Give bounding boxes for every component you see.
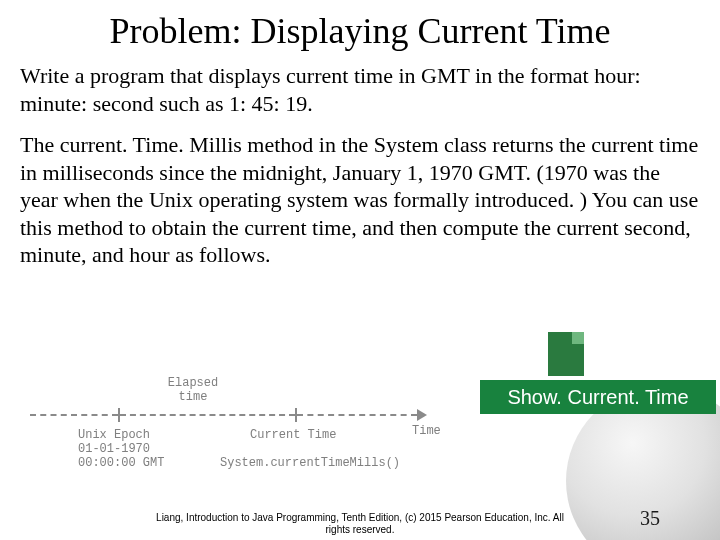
footer-line-1: Liang, Introduction to Java Programming,… bbox=[156, 512, 564, 523]
method-call-label: System.currentTimeMills() bbox=[220, 456, 400, 470]
page-number: 35 bbox=[640, 507, 660, 530]
time-axis-label: Time bbox=[412, 424, 441, 438]
timeline-diagram: Elapsedtime Unix Epoch 01-01-1970 00:00:… bbox=[20, 380, 450, 510]
timeline-axis bbox=[30, 408, 440, 420]
footer-line-2: rights reserved. bbox=[326, 524, 395, 535]
explanation-paragraph: The current. Time. Millis method in the … bbox=[20, 131, 700, 269]
unix-epoch-time: 00:00:00 GMT bbox=[78, 456, 164, 470]
elapsed-time-label: Elapsedtime bbox=[158, 376, 228, 405]
file-icon bbox=[548, 332, 584, 376]
problem-statement: Write a program that displays current ti… bbox=[20, 62, 700, 117]
unix-epoch-label: Unix Epoch bbox=[78, 428, 150, 442]
slide-title: Problem: Displaying Current Time bbox=[20, 10, 700, 52]
show-current-time-button[interactable]: Show. Current. Time bbox=[480, 380, 716, 414]
unix-epoch-date: 01-01-1970 bbox=[78, 442, 150, 456]
current-time-label: Current Time bbox=[250, 428, 336, 442]
copyright-footer: Liang, Introduction to Java Programming,… bbox=[0, 512, 720, 536]
